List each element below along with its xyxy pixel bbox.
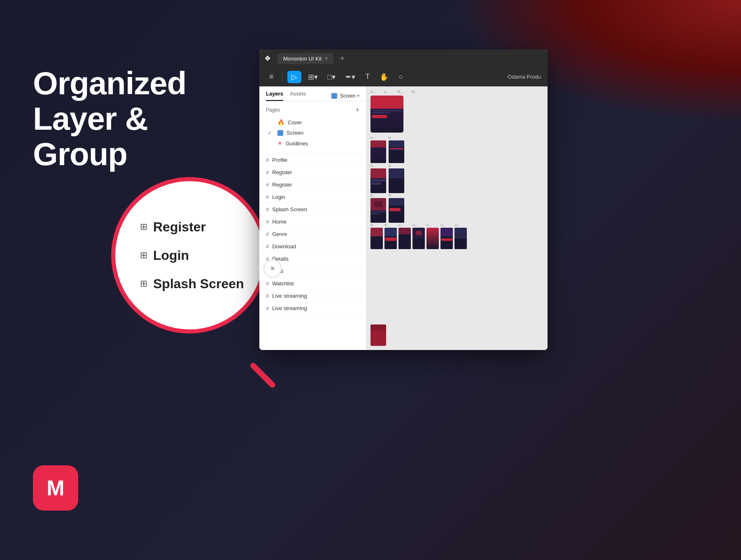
layer-row-livestreaming2[interactable]: # Live streaming (259, 302, 366, 315)
headline: Organized Layer & Group (33, 66, 247, 172)
figma-window: ❖ Mononton UI Kit × + ≡ ▷ ⊞▾ □▾ ✒▾ T ✋ ○… (259, 49, 548, 350)
canvas-bottom-card: ... (370, 320, 386, 346)
menu-button[interactable]: ≡ (266, 71, 277, 83)
layer-name-watchlist: Watchlist (272, 280, 294, 287)
layer-row-register1[interactable]: # Register (259, 166, 366, 179)
layer-name-livestreaming2: Live streaming (272, 305, 307, 311)
hash-icon-register2: # (266, 182, 269, 188)
page-item-cover[interactable]: 🔥 Cover (266, 117, 359, 128)
toolbar-tools: ≡ ▷ ⊞▾ □▾ ✒▾ T ✋ ○ (266, 71, 406, 83)
canvas-row-hn: H... N... (370, 136, 404, 163)
page-item-guidlines[interactable]: ✳ Guidlines (266, 138, 359, 149)
active-tab[interactable]: Mononton UI Kit × (277, 53, 333, 64)
page-name-screen: Screen (287, 130, 303, 136)
page-icon-asterisk: ✳ (277, 140, 282, 147)
layer-name-download: Download (272, 243, 296, 250)
col-label-r1: R... (398, 90, 403, 94)
layer-row-download[interactable]: # Download (259, 240, 366, 253)
canvas-row-downloads: D... D... C... Li... Li... Li... Li... (370, 223, 543, 249)
list-item: ⊞ Register (140, 219, 206, 235)
window-body: Layers Assets Screen ▾ Pages + 🔥 Cover (259, 86, 548, 350)
layer-row-genre[interactable]: # Genre (259, 228, 366, 240)
layer-name-register2: Register (272, 182, 292, 188)
new-tab-button[interactable]: + (340, 54, 345, 63)
toolbar-divider-1 (282, 72, 282, 82)
hash-icon-login: # (266, 194, 269, 200)
list-item: ⊞ Splash Screen (140, 276, 244, 292)
page-name-cover: Cover (288, 119, 302, 126)
list-item: ⊞ Login (140, 248, 189, 263)
tab-close-icon[interactable]: × (325, 56, 328, 61)
tab-layers[interactable]: Layers (266, 91, 283, 101)
pages-section: Pages + 🔥 Cover ✓ Screen ✳ Guidlines (259, 101, 366, 154)
frame-tool[interactable]: ⊞▾ (305, 71, 321, 83)
layer-row-splash[interactable]: # Splash Screen (259, 203, 366, 216)
layer-name-login: Login (272, 194, 285, 200)
logo-badge: M (33, 465, 78, 511)
hash-icon-register1: # (266, 169, 269, 175)
hash-icon-livestreaming1: # (266, 293, 269, 299)
layer-row-register2[interactable]: # Register (259, 179, 366, 191)
hash-icon-livestreaming2: # (266, 305, 269, 311)
hash-icon-genre: # (266, 231, 269, 237)
layer-name-profile: Profile (272, 157, 287, 163)
layers-panel: Layers Assets Screen ▾ Pages + 🔥 Cover (259, 86, 366, 350)
text-tool[interactable]: T (362, 71, 373, 83)
user-label: Odama Produ (508, 74, 541, 80)
layer-name-home: Home (272, 219, 287, 225)
layer-row-livestreaming1[interactable]: # Live streaming (259, 290, 366, 302)
pages-header: Pages + (266, 106, 359, 114)
canvas-area: S... L... R... R... H... (366, 86, 548, 350)
layer-row-profile[interactable]: # Profile (259, 154, 366, 166)
page-item-screen[interactable]: ✓ Screen (266, 128, 359, 138)
chevron-down-icon: ▾ (357, 93, 359, 98)
hand-tool[interactable]: ✋ (376, 71, 392, 83)
hash-icon-download: # (266, 243, 269, 250)
page-name-guidlines: Guidlines (286, 140, 308, 147)
layer-row-home[interactable]: # Home (259, 216, 366, 228)
screen-label: Screen (340, 93, 356, 99)
layers-list: # Profile # Register # Register # Login … (259, 154, 366, 350)
left-section: Organized Layer & Group (33, 66, 247, 172)
page-emoji-cover: 🔥 (277, 119, 284, 126)
page-check-active: ✓ (268, 130, 274, 136)
layer-row-login[interactable]: # Login (259, 191, 366, 203)
canvas-row-gg: G... G... (370, 164, 404, 193)
layer-label-login: Login (153, 248, 189, 263)
pages-add-button[interactable]: + (356, 106, 359, 114)
panel-tabs: Layers Assets Screen ▾ (259, 86, 366, 101)
pages-title: Pages (266, 107, 280, 113)
layer-label-splash: Splash Screen (153, 276, 244, 292)
page-icon-screen (277, 130, 283, 136)
canvas-row-er: E... R... (370, 194, 404, 223)
headline-line2: Layer & Group (33, 100, 148, 172)
tab-name: Mononton UI Kit (283, 56, 322, 62)
hash-icon-home: # (266, 219, 269, 225)
hash-icon-watchlist: # (266, 280, 269, 287)
close-button[interactable]: × (263, 259, 282, 278)
select-tool[interactable]: ▷ (287, 71, 301, 83)
layer-label-register: Register (153, 219, 206, 235)
layer-name-splash: Splash Screen (272, 206, 307, 212)
layer-name-register1: Register (272, 169, 292, 175)
headline-line1: Organized (33, 65, 186, 101)
col-label-r2: R... (412, 90, 417, 94)
toolbar: ≡ ▷ ⊞▾ □▾ ✒▾ T ✋ ○ Odama Produ (259, 68, 548, 86)
frame-icon-1: ⊞ (140, 222, 147, 232)
figma-logo-icon: ❖ (264, 54, 271, 63)
hash-icon-splash: # (266, 206, 269, 212)
hash-icon-profile: # (266, 157, 269, 163)
screen-icon (331, 93, 337, 99)
layer-name-genre: Genre (272, 231, 287, 237)
comment-tool[interactable]: ○ (395, 71, 406, 83)
screen-selector[interactable]: Screen ▾ (331, 91, 359, 101)
pen-tool[interactable]: ✒▾ (342, 71, 359, 83)
frame-icon-2: ⊞ (140, 250, 147, 261)
layer-name-livestreaming1: Live streaming (272, 293, 307, 299)
tab-assets[interactable]: Assets (290, 91, 306, 101)
magnifier-circle: ⊞ Register ⊞ Login ⊞ Splash Screen (111, 177, 268, 334)
shape-tool[interactable]: □▾ (324, 71, 339, 83)
layer-row-watchlist[interactable]: # Watchlist (259, 278, 366, 290)
preview-top-big (370, 96, 403, 133)
canvas-col-labels: S... L... R... R... (370, 90, 543, 94)
